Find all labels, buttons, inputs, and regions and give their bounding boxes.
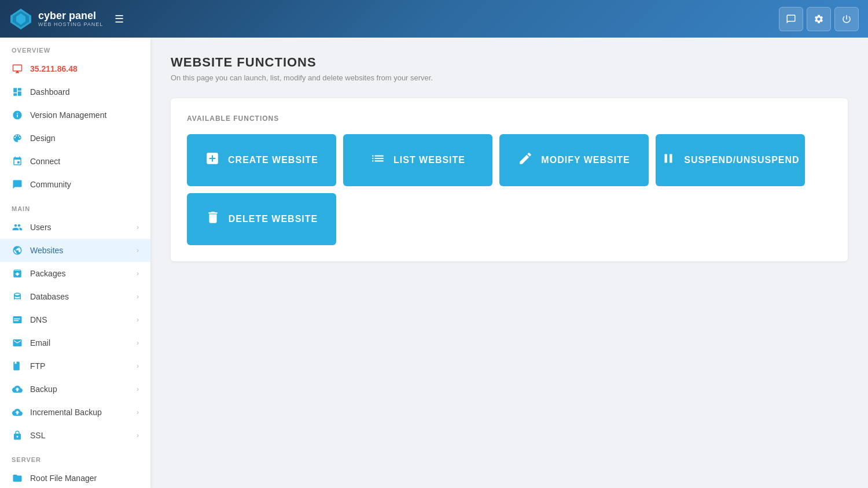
- sidebar-item-design[interactable]: Design: [0, 127, 150, 150]
- list-icon: [370, 151, 385, 169]
- sidebar-item-websites[interactable]: Websites ›: [0, 239, 150, 262]
- logo-icon: [9, 8, 32, 31]
- logo-text: cyber panel WEB HOSTING PANEL: [38, 10, 103, 28]
- page-title: WEBSITE FUNCTIONS: [171, 55, 848, 70]
- logo[interactable]: cyber panel WEB HOSTING PANEL: [9, 8, 103, 31]
- users-label: Users: [30, 223, 130, 232]
- dns-icon: [12, 314, 23, 326]
- sidebar-item-incremental-backup[interactable]: Incremental Backup ›: [0, 401, 150, 424]
- sidebar-item-version[interactable]: Version Management: [0, 103, 150, 127]
- header-right: [779, 7, 859, 31]
- ssl-icon: [12, 430, 23, 441]
- create-icon: [205, 151, 220, 169]
- users-chevron: ›: [137, 223, 139, 231]
- connect-icon: [12, 156, 23, 167]
- file-manager-icon: [12, 472, 23, 484]
- functions-grid: CREATE WEBSITE LIST WEBSITE: [187, 134, 832, 245]
- sidebar-item-dashboard[interactable]: Dashboard: [0, 80, 150, 103]
- sidebar-item-packages[interactable]: Packages ›: [0, 262, 150, 285]
- sidebar-item-dns[interactable]: DNS ›: [0, 308, 150, 331]
- chat-button[interactable]: [779, 7, 803, 31]
- backup-icon: [12, 383, 23, 395]
- packages-label: Packages: [30, 269, 130, 278]
- email-chevron: ›: [137, 339, 139, 347]
- ftp-label: FTP: [30, 361, 130, 371]
- gear-icon: [814, 14, 824, 24]
- sidebar-item-root-file-manager[interactable]: Root File Manager: [0, 467, 150, 488]
- layout: OVERVIEW 35.211.86.48 Dashboard: [0, 38, 868, 488]
- ssl-chevron: ›: [137, 431, 139, 439]
- sidebar-item-email[interactable]: Email ›: [0, 331, 150, 354]
- sidebar: OVERVIEW 35.211.86.48 Dashboard: [0, 38, 150, 488]
- monitor-icon: [12, 63, 23, 75]
- databases-label: Databases: [30, 292, 130, 301]
- sidebar-item-ip[interactable]: 35.211.86.48: [0, 57, 150, 80]
- sidebar-item-ssl[interactable]: SSL ›: [0, 424, 150, 447]
- users-icon: [12, 221, 23, 233]
- logo-title: cyber panel: [38, 10, 103, 22]
- logo-subtitle: WEB HOSTING PANEL: [38, 21, 103, 27]
- sidebar-item-databases[interactable]: Databases ›: [0, 285, 150, 308]
- email-label: Email: [30, 338, 130, 347]
- databases-chevron: ›: [137, 293, 139, 301]
- functions-label: AVAILABLE FUNCTIONS: [187, 114, 832, 123]
- chat-icon: [786, 14, 796, 24]
- websites-chevron: ›: [137, 246, 139, 254]
- sidebar-item-ftp[interactable]: FTP ›: [0, 354, 150, 378]
- modify-website-label: MODIFY WEBSITE: [541, 155, 630, 165]
- overview-section-label: OVERVIEW: [0, 38, 150, 57]
- header: cyber panel WEB HOSTING PANEL ☰: [0, 0, 868, 38]
- ftp-icon: [12, 360, 23, 372]
- websites-icon: [12, 245, 23, 256]
- main-section-label: MAIN: [0, 196, 150, 216]
- design-icon: [12, 132, 23, 144]
- websites-label: Websites: [30, 246, 130, 255]
- power-button[interactable]: [834, 7, 859, 31]
- functions-container: AVAILABLE FUNCTIONS CREATE WEBSITE: [171, 98, 848, 261]
- power-icon: [841, 14, 852, 24]
- list-website-button[interactable]: LIST WEBSITE: [343, 134, 492, 186]
- info-icon: [12, 109, 23, 121]
- dns-chevron: ›: [137, 316, 139, 324]
- create-website-button[interactable]: CREATE WEBSITE: [187, 134, 336, 186]
- databases-icon: [12, 291, 23, 302]
- incremental-backup-icon: [12, 406, 23, 418]
- modify-website-button[interactable]: MODIFY WEBSITE: [499, 134, 649, 186]
- design-label: Design: [30, 134, 139, 143]
- sidebar-item-community[interactable]: Community: [0, 173, 150, 196]
- community-label: Community: [30, 180, 139, 189]
- root-file-manager-label: Root File Manager: [30, 474, 139, 483]
- suspend-label: SUSPEND/UNSUSPEND: [684, 155, 799, 165]
- ssl-label: SSL: [30, 431, 130, 440]
- community-icon: [12, 179, 23, 190]
- ip-address: 35.211.86.48: [30, 64, 139, 73]
- sidebar-toggle-button[interactable]: ☰: [110, 10, 128, 28]
- sidebar-item-users[interactable]: Users ›: [0, 216, 150, 239]
- delete-website-label: DELETE WEBSITE: [229, 214, 318, 224]
- header-left: cyber panel WEB HOSTING PANEL ☰: [9, 8, 128, 31]
- create-website-label: CREATE WEBSITE: [228, 155, 318, 165]
- packages-chevron: ›: [137, 269, 139, 278]
- incremental-backup-chevron: ›: [137, 408, 139, 416]
- dashboard-icon: [12, 86, 23, 98]
- backup-label: Backup: [30, 385, 130, 394]
- sidebar-item-backup[interactable]: Backup ›: [0, 378, 150, 401]
- modify-icon: [518, 151, 533, 169]
- main-content: WEBSITE FUNCTIONS On this page you can l…: [150, 38, 868, 488]
- dashboard-label: Dashboard: [30, 87, 139, 97]
- connect-label: Connect: [30, 157, 139, 166]
- dns-label: DNS: [30, 315, 130, 324]
- suspend-button[interactable]: SUSPEND/UNSUSPEND: [656, 134, 805, 186]
- sidebar-item-connect[interactable]: Connect: [0, 150, 150, 173]
- settings-button[interactable]: [807, 7, 831, 31]
- packages-icon: [12, 268, 23, 279]
- delete-website-button[interactable]: DELETE WEBSITE: [187, 193, 336, 245]
- list-website-label: LIST WEBSITE: [393, 155, 465, 165]
- suspend-icon: [661, 151, 676, 169]
- delete-icon: [205, 210, 220, 228]
- email-icon: [12, 337, 23, 349]
- ftp-chevron: ›: [137, 362, 139, 370]
- version-label: Version Management: [30, 110, 139, 120]
- page-subtitle: On this page you can launch, list, modif…: [171, 73, 848, 82]
- backup-chevron: ›: [137, 385, 139, 393]
